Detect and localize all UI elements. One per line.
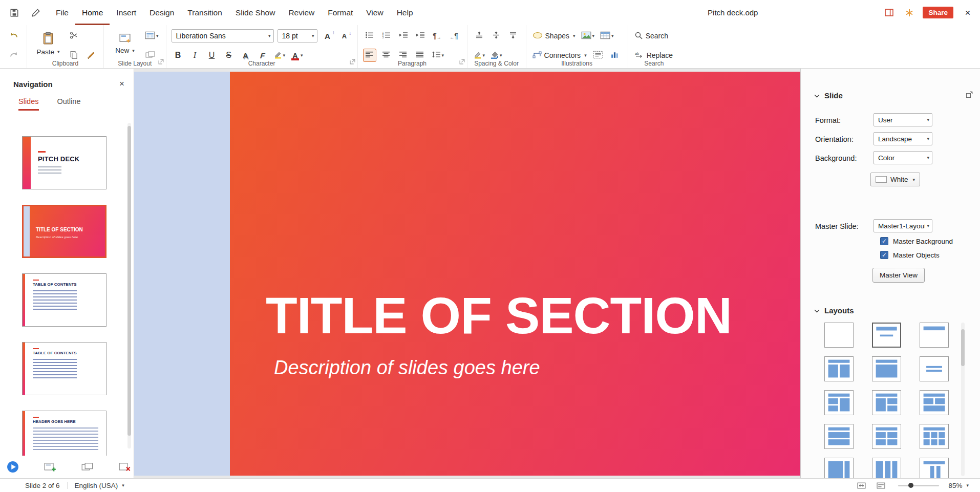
layouts-section-header[interactable]: Layouts <box>814 306 973 315</box>
layout-blank[interactable] <box>824 323 854 348</box>
dialog-launcher-icon[interactable] <box>350 57 355 67</box>
language-selector[interactable]: English (USA) ▾ <box>75 482 124 489</box>
dialog-launcher-icon[interactable] <box>459 57 465 67</box>
layout-gallery-button[interactable]: ▾ <box>144 29 160 42</box>
background-select[interactable]: Color ▾ <box>874 151 932 164</box>
right-to-left-button[interactable]: ←¶ <box>448 29 461 42</box>
zoom-slider[interactable] <box>898 485 939 486</box>
layout-title-two-content[interactable] <box>824 356 854 381</box>
font-size-select[interactable]: 18 pt ▾ <box>278 29 317 42</box>
master-view-button[interactable]: Master View <box>872 268 925 283</box>
slide-thumbnail-4[interactable]: TABLE OF CONTENTS <box>22 342 106 395</box>
slide-thumbnail-3[interactable]: TABLE OF CONTENTS <box>22 273 106 327</box>
layout-title-six-content[interactable] <box>920 424 949 449</box>
decrease-indent-button[interactable] <box>397 29 410 42</box>
increase-paragraph-spacing-button[interactable] <box>473 29 486 42</box>
cut-button[interactable] <box>67 29 80 42</box>
slide-thumbnail-5[interactable]: HEADER GOES HERE <box>22 411 106 456</box>
slide-canvas[interactable]: TITLE OF SECTION Description of slides g… <box>230 72 800 476</box>
new-slide-button[interactable] <box>44 460 57 474</box>
checkbox-checked-icon[interactable]: ✓ <box>880 237 888 245</box>
master-slide-select[interactable]: Master1-Layout ▾ <box>874 219 932 232</box>
menu-help[interactable]: Help <box>390 0 420 25</box>
checkbox-checked-icon[interactable]: ✓ <box>880 251 888 259</box>
layout-centered-text[interactable] <box>920 356 949 381</box>
background-color-picker[interactable]: White ▾ <box>870 173 920 186</box>
paste-button[interactable]: Paste▾ <box>32 28 64 59</box>
dialog-launcher-icon[interactable] <box>158 57 164 67</box>
shapes-button[interactable]: Shapes ▾ <box>531 29 577 42</box>
edit-icon[interactable] <box>30 7 42 19</box>
slide-section-header[interactable]: Slide <box>814 91 973 100</box>
start-presentation-button[interactable] <box>6 460 19 474</box>
sidebar-toggle-icon[interactable] <box>883 7 895 19</box>
orientation-select[interactable]: Landscape ▾ <box>874 132 932 145</box>
properties-scrollbar[interactable] <box>961 323 965 476</box>
layout-title-two-content-over-content[interactable] <box>920 390 949 415</box>
shrink-font-button[interactable]: A↓ <box>338 29 351 42</box>
undo-button[interactable] <box>7 29 20 42</box>
find-button[interactable]: Search <box>633 29 669 42</box>
master-background-checkbox-row[interactable]: ✓ Master Background <box>880 237 953 245</box>
more-options-icon[interactable] <box>966 91 973 100</box>
layout-vertical-title-text-chart[interactable] <box>824 458 854 478</box>
menu-format[interactable]: Format <box>321 0 359 25</box>
increase-indent-button[interactable] <box>414 29 427 42</box>
menu-review[interactable]: Review <box>282 0 321 25</box>
align-right-icon <box>399 51 408 60</box>
menu-transition[interactable]: Transition <box>181 0 228 25</box>
menu-slide-show[interactable]: Slide Show <box>229 0 282 25</box>
layout-title-slide[interactable] <box>872 323 901 348</box>
slide-subtitle[interactable]: Description of slides goes here <box>274 356 540 380</box>
fit-slide-to-window-icon[interactable] <box>855 479 867 491</box>
layout-title-two-content-and-content[interactable] <box>824 390 854 415</box>
zoom-slider-knob[interactable] <box>908 483 913 488</box>
menu-insert[interactable]: Insert <box>110 0 143 25</box>
menu-view[interactable]: View <box>359 0 390 25</box>
new-slide-button[interactable]: New▾ <box>109 28 141 59</box>
layout-title-only[interactable] <box>920 323 949 348</box>
layout-title-content-over-content[interactable] <box>824 424 854 449</box>
redo-icon <box>9 51 18 60</box>
font-name-value: Liberation Sans <box>176 32 226 40</box>
numbered-list-button[interactable]: 123 <box>380 29 393 42</box>
delete-slide-button[interactable] <box>118 460 132 474</box>
favorites-star-icon[interactable] <box>903 7 915 19</box>
slide-workspace[interactable]: TITLE OF SECTION Description of slides g… <box>134 69 800 478</box>
close-icon[interactable]: × <box>119 79 124 89</box>
save-icon[interactable] <box>8 7 20 19</box>
layout-title-content[interactable] <box>872 356 901 381</box>
share-button[interactable]: Share <box>923 7 953 18</box>
bullet-list-button[interactable] <box>363 29 376 42</box>
close-icon[interactable]: × <box>962 7 974 18</box>
duplicate-slide-button[interactable] <box>81 460 94 474</box>
background-row: Background: Color ▾ <box>815 151 970 165</box>
layout-title-content-and-two-content[interactable] <box>872 390 901 415</box>
slide-panel-scrollbar[interactable] <box>127 123 131 448</box>
thumb-content: TABLE OF CONTENTS <box>33 348 77 379</box>
decrease-paragraph-spacing-button[interactable] <box>506 29 520 42</box>
menu-home[interactable]: Home <box>75 0 110 25</box>
insert-image-button[interactable]: ▾ <box>580 29 596 42</box>
grow-font-button[interactable]: A↑ <box>321 29 334 42</box>
tab-outline[interactable]: Outline <box>57 97 81 111</box>
font-name-select[interactable]: Liberation Sans ▾ <box>172 29 274 42</box>
menu-file[interactable]: File <box>49 0 75 25</box>
format-select[interactable]: User ▾ <box>874 113 932 126</box>
insert-table-button[interactable]: ▾ <box>599 29 615 42</box>
paragraph-spacing-button[interactable] <box>489 29 503 42</box>
redo-button[interactable] <box>7 49 20 62</box>
slide-thumbnail-1[interactable]: PITCH DECK <box>22 136 106 189</box>
layout-vertical-title-vertical-text[interactable] <box>872 458 901 478</box>
tab-slides[interactable]: Slides <box>18 97 39 111</box>
spacing-decrease-icon <box>509 31 517 40</box>
menu-design[interactable]: Design <box>143 0 181 25</box>
slide-title[interactable]: TITLE OF SECTION <box>266 290 732 341</box>
view-layout-icon[interactable] <box>875 479 887 491</box>
slide-thumbnail-2[interactable]: TITLE OF SECTION Description of slides g… <box>22 205 106 258</box>
left-to-right-button[interactable]: ¶→ <box>431 29 444 42</box>
layout-title-four-content[interactable] <box>872 424 901 449</box>
layout-title-vertical-text[interactable] <box>920 458 949 478</box>
master-objects-checkbox-row[interactable]: ✓ Master Objects <box>880 251 940 259</box>
zoom-level[interactable]: 85% ▾ <box>948 482 969 489</box>
